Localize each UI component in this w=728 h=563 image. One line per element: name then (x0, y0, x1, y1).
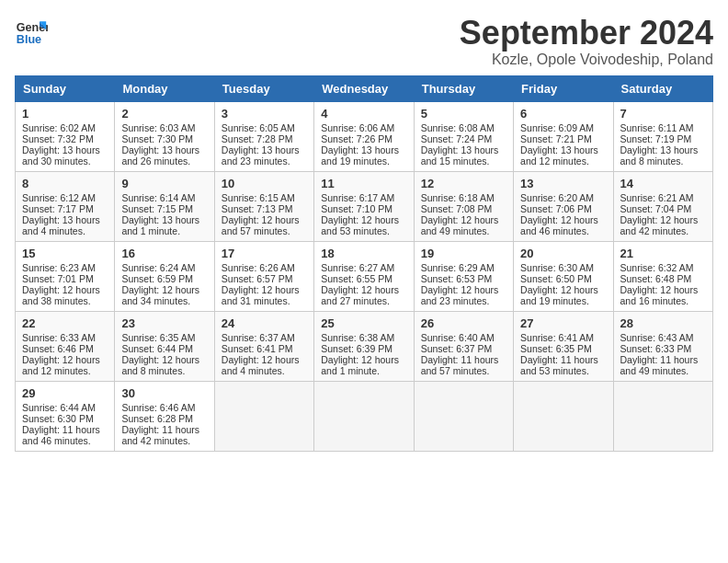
sunrise-text: Sunrise: 6:41 AM (520, 332, 594, 343)
calendar-cell-0-1: 2 Sunrise: 6:03 AM Sunset: 7:30 PM Dayli… (115, 101, 214, 171)
logo: General Blue (15, 15, 48, 48)
logo-icon: General Blue (15, 15, 48, 48)
daylight-text: Daylight: 12 hours and 4 minutes. (222, 354, 300, 376)
header-thursday: Thursday (414, 75, 513, 101)
daylight-text: Daylight: 12 hours and 19 minutes. (520, 284, 598, 306)
calendar-cell-4-3 (314, 381, 414, 451)
calendar-cell-3-0: 22 Sunrise: 6:33 AM Sunset: 6:46 PM Dayl… (16, 311, 115, 381)
day-number: 2 (121, 107, 207, 121)
daylight-text: Daylight: 12 hours and 46 minutes. (520, 214, 598, 236)
daylight-text: Daylight: 13 hours and 15 minutes. (421, 144, 499, 167)
calendar-cell-4-2 (214, 381, 313, 451)
sunrise-text: Sunrise: 6:38 AM (321, 332, 394, 343)
sunrise-text: Sunrise: 6:44 AM (22, 402, 96, 413)
sunset-text: Sunset: 6:39 PM (321, 343, 392, 354)
sunset-text: Sunset: 6:48 PM (620, 273, 692, 284)
sunset-text: Sunset: 6:30 PM (22, 413, 94, 424)
day-number: 6 (520, 107, 606, 121)
calendar-cell-0-4: 5 Sunrise: 6:08 AM Sunset: 7:24 PM Dayli… (414, 101, 513, 171)
calendar-cell-1-6: 14 Sunrise: 6:21 AM Sunset: 7:04 PM Dayl… (613, 171, 712, 241)
sunset-text: Sunset: 6:37 PM (421, 343, 493, 354)
daylight-text: Daylight: 12 hours and 42 minutes. (620, 214, 699, 236)
day-number: 27 (520, 316, 606, 330)
calendar-cell-2-2: 17 Sunrise: 6:26 AM Sunset: 6:57 PM Dayl… (214, 241, 313, 311)
day-number: 16 (121, 247, 207, 260)
sunrise-text: Sunrise: 6:08 AM (421, 122, 495, 133)
sunrise-text: Sunrise: 6:29 AM (421, 262, 495, 273)
calendar-cell-2-4: 19 Sunrise: 6:29 AM Sunset: 6:53 PM Dayl… (414, 241, 513, 311)
calendar-cell-1-0: 8 Sunrise: 6:12 AM Sunset: 7:17 PM Dayli… (16, 171, 115, 241)
sunrise-text: Sunrise: 6:02 AM (22, 122, 96, 133)
day-number: 5 (421, 107, 506, 121)
calendar-cell-3-6: 28 Sunrise: 6:43 AM Sunset: 6:33 PM Dayl… (613, 311, 712, 381)
daylight-text: Daylight: 12 hours and 31 minutes. (222, 284, 300, 306)
sunset-text: Sunset: 7:17 PM (22, 203, 94, 214)
daylight-text: Daylight: 11 hours and 46 minutes. (22, 424, 100, 446)
daylight-text: Daylight: 13 hours and 19 minutes. (321, 144, 399, 167)
calendar-cell-1-1: 9 Sunrise: 6:14 AM Sunset: 7:15 PM Dayli… (115, 171, 214, 241)
header-sunday: Sunday (16, 75, 115, 101)
day-number: 20 (520, 247, 606, 260)
calendar-cell-1-4: 12 Sunrise: 6:18 AM Sunset: 7:08 PM Dayl… (414, 171, 513, 241)
week-row-5: 29 Sunrise: 6:44 AM Sunset: 6:30 PM Dayl… (16, 381, 713, 451)
daylight-text: Daylight: 12 hours and 27 minutes. (321, 284, 399, 306)
calendar-cell-2-5: 20 Sunrise: 6:30 AM Sunset: 6:50 PM Dayl… (514, 241, 613, 311)
daylight-text: Daylight: 12 hours and 12 minutes. (22, 354, 100, 376)
sunrise-text: Sunrise: 6:03 AM (121, 122, 195, 133)
sunrise-text: Sunrise: 6:05 AM (222, 122, 295, 133)
day-number: 18 (321, 247, 406, 260)
sunrise-text: Sunrise: 6:33 AM (22, 332, 96, 343)
day-number: 29 (22, 386, 108, 400)
sunrise-text: Sunrise: 6:06 AM (321, 122, 394, 133)
day-number: 30 (121, 386, 207, 400)
sunset-text: Sunset: 7:01 PM (22, 273, 94, 284)
header: General Blue September 2024 Kozle, Opole… (15, 15, 713, 68)
sunrise-text: Sunrise: 6:46 AM (121, 402, 195, 413)
sunrise-text: Sunrise: 6:15 AM (222, 192, 295, 203)
sunset-text: Sunset: 6:59 PM (121, 273, 193, 284)
sunrise-text: Sunrise: 6:23 AM (22, 262, 96, 273)
sunrise-text: Sunrise: 6:24 AM (121, 262, 195, 273)
location-title: Kozle, Opole Voivodeship, Poland (460, 52, 713, 68)
sunrise-text: Sunrise: 6:20 AM (520, 192, 594, 203)
calendar-cell-3-3: 25 Sunrise: 6:38 AM Sunset: 6:39 PM Dayl… (314, 311, 414, 381)
day-number: 4 (321, 107, 406, 121)
calendar-cell-1-3: 11 Sunrise: 6:17 AM Sunset: 7:10 PM Dayl… (314, 171, 414, 241)
weekday-header-row: Sunday Monday Tuesday Wednesday Thursday… (16, 75, 713, 101)
sunrise-text: Sunrise: 6:43 AM (620, 332, 694, 343)
day-number: 10 (222, 177, 307, 190)
week-row-4: 22 Sunrise: 6:33 AM Sunset: 6:46 PM Dayl… (16, 311, 713, 381)
daylight-text: Daylight: 12 hours and 16 minutes. (620, 284, 699, 306)
calendar-cell-0-5: 6 Sunrise: 6:09 AM Sunset: 7:21 PM Dayli… (514, 101, 613, 171)
sunset-text: Sunset: 6:57 PM (222, 273, 293, 284)
sunrise-text: Sunrise: 6:30 AM (520, 262, 594, 273)
calendar-cell-2-6: 21 Sunrise: 6:32 AM Sunset: 6:48 PM Dayl… (613, 241, 712, 311)
sunrise-text: Sunrise: 6:32 AM (620, 262, 694, 273)
daylight-text: Daylight: 12 hours and 53 minutes. (321, 214, 399, 236)
daylight-text: Daylight: 11 hours and 53 minutes. (520, 354, 598, 376)
daylight-text: Daylight: 13 hours and 26 minutes. (121, 144, 199, 167)
day-number: 21 (620, 247, 706, 260)
week-row-2: 8 Sunrise: 6:12 AM Sunset: 7:17 PM Dayli… (16, 171, 713, 241)
sunset-text: Sunset: 7:24 PM (421, 133, 493, 144)
sunset-text: Sunset: 7:08 PM (421, 203, 493, 214)
daylight-text: Daylight: 13 hours and 23 minutes. (222, 144, 300, 167)
header-wednesday: Wednesday (314, 75, 414, 101)
sunset-text: Sunset: 6:44 PM (121, 343, 193, 354)
calendar-cell-2-3: 18 Sunrise: 6:27 AM Sunset: 6:55 PM Dayl… (314, 241, 414, 311)
calendar-cell-2-0: 15 Sunrise: 6:23 AM Sunset: 7:01 PM Dayl… (16, 241, 115, 311)
calendar-cell-4-5 (514, 381, 613, 451)
daylight-text: Daylight: 12 hours and 23 minutes. (421, 284, 499, 306)
sunrise-text: Sunrise: 6:40 AM (421, 332, 495, 343)
day-number: 13 (520, 177, 606, 190)
daylight-text: Daylight: 13 hours and 12 minutes. (520, 144, 598, 167)
calendar-cell-0-0: 1 Sunrise: 6:02 AM Sunset: 7:32 PM Dayli… (16, 101, 115, 171)
sunrise-text: Sunrise: 6:18 AM (421, 192, 495, 203)
day-number: 19 (421, 247, 506, 260)
sunset-text: Sunset: 7:06 PM (520, 203, 592, 214)
sunset-text: Sunset: 7:10 PM (321, 203, 392, 214)
calendar-cell-0-3: 4 Sunrise: 6:06 AM Sunset: 7:26 PM Dayli… (314, 101, 414, 171)
week-row-1: 1 Sunrise: 6:02 AM Sunset: 7:32 PM Dayli… (16, 101, 713, 171)
svg-text:Blue: Blue (17, 33, 41, 46)
sunset-text: Sunset: 7:19 PM (620, 133, 692, 144)
